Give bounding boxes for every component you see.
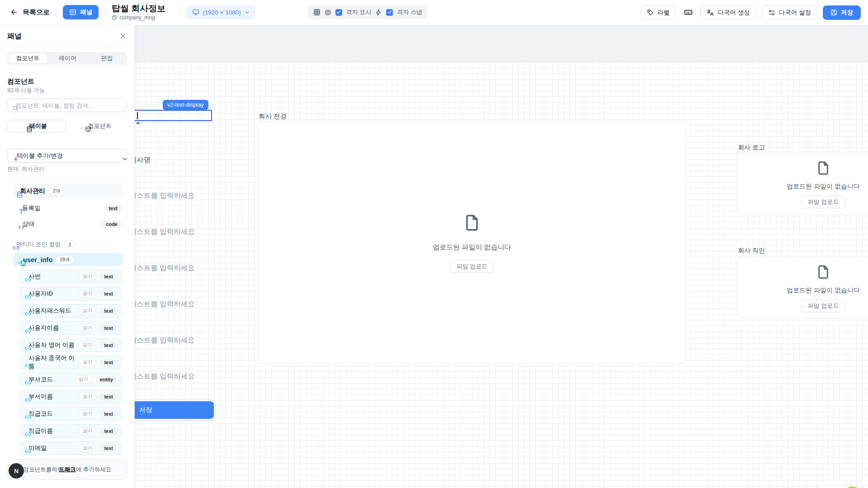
tab-layers[interactable]: 레이어 xyxy=(48,53,87,64)
entity-field-row[interactable]: 사용자 중국어 이름 읽기 text xyxy=(20,356,122,369)
source-toggle: 테이블 컴포넌트 xyxy=(7,120,127,132)
access-badge: 읽기 xyxy=(75,375,92,384)
sidebar-panel-icon xyxy=(69,9,76,16)
grid-display-label: 격자 표시 xyxy=(346,8,372,16)
i18n-generate-button[interactable]: 다국어 생성 xyxy=(700,5,756,20)
file-upload-button[interactable]: 파일 업로드 xyxy=(450,260,495,273)
text-input-placeholder[interactable]: 텍스트를 입력하세요 xyxy=(130,191,195,201)
panel-tabbar: 컴포넌트 레이어 편집 xyxy=(7,52,127,65)
type-badge: text xyxy=(100,427,117,435)
file-icon xyxy=(816,263,830,282)
access-badge: 읽기 xyxy=(79,393,96,401)
tab-edit[interactable]: 편집 xyxy=(88,53,126,64)
save-icon xyxy=(830,9,837,16)
upload-empty-text: 업로드된 파일이 없습니다 xyxy=(787,183,860,191)
label-button[interactable]: 라벨 xyxy=(641,5,676,20)
divider xyxy=(7,178,127,178)
screen-size-selector[interactable]: (868 × 488) xyxy=(187,5,255,19)
grid-display-checkbox[interactable] xyxy=(335,9,342,16)
logo-upload-card[interactable]: 업로드된 파일이 없습니다 파일 업로드 xyxy=(738,152,868,215)
text-input-placeholder[interactable]: 텍스트를 입력하세요 xyxy=(130,227,195,237)
count-badge: 2개 xyxy=(49,187,64,196)
current-table-label: 현재: 회사관리 xyxy=(7,165,44,173)
file-upload-button[interactable]: 파일 업로드 xyxy=(801,196,846,208)
divider xyxy=(180,7,180,18)
selected-text-display-component[interactable] xyxy=(122,110,212,121)
toggle-component-button[interactable]: 컴포넌트 xyxy=(70,120,127,132)
entity-field-row[interactable]: 직급이름 읽기 text xyxy=(20,424,122,438)
field-row[interactable]: 등록일 text xyxy=(18,202,122,215)
entity-field-row[interactable]: 사용자 영어 이름 읽기 text xyxy=(20,338,122,352)
entity-join-section: 엔티티 조인 컬럼 2 xyxy=(13,240,122,249)
field-row[interactable]: 상태 code xyxy=(18,218,122,230)
entity-field-row[interactable]: 부서코드 읽기 entity xyxy=(20,373,122,386)
type-badge: entity xyxy=(96,376,117,383)
panorama-upload-card[interactable]: 업로드된 파일이 없습니다 파일 업로드 xyxy=(258,121,686,363)
text-input-placeholder[interactable]: 텍스트를 입력하세요 xyxy=(130,336,195,345)
text-input-placeholder[interactable]: 텍스트를 입력하세요 xyxy=(130,372,195,381)
entity-field-row[interactable]: 사용자ID 읽기 text xyxy=(20,287,122,300)
seal-upload-card[interactable]: 업로드된 파일이 없습니다 파일 업로드 xyxy=(738,257,868,318)
file-upload-button[interactable]: 파일 업로드 xyxy=(801,300,846,312)
access-badge: 읽기 xyxy=(79,358,96,366)
grid-snap-checkbox[interactable] xyxy=(386,9,393,16)
component-search xyxy=(7,99,127,112)
translate-icon xyxy=(707,9,714,16)
grid-icon xyxy=(313,9,321,16)
type-badge: text xyxy=(100,273,117,280)
seal-card-label: 회사 직인 xyxy=(738,247,765,255)
back-icon[interactable] xyxy=(7,5,21,19)
access-badge: 읽기 xyxy=(79,427,96,435)
entity-field-row[interactable]: 사번 읽기 text xyxy=(20,270,122,283)
i18n-settings-button[interactable]: 다국어 설정 xyxy=(762,5,817,20)
datasource-name: company_mng xyxy=(119,14,155,21)
access-badge: 읽기 xyxy=(79,272,96,281)
sliders-icon xyxy=(768,9,775,16)
type-badge: text xyxy=(104,205,122,212)
chevron-down-icon xyxy=(244,9,250,15)
save-button[interactable]: 저장 xyxy=(823,5,861,20)
visibility-icon[interactable] xyxy=(325,9,331,16)
count-badge: 2 xyxy=(64,240,75,249)
monitor-icon xyxy=(192,9,199,16)
type-badge: text xyxy=(100,307,117,314)
add-table-button[interactable]: 테이블 추가/변경 xyxy=(7,149,127,163)
selection-resize-handle[interactable] xyxy=(137,122,140,124)
panel-title: 패널 xyxy=(7,32,22,41)
file-icon xyxy=(463,211,481,234)
entity-field-row[interactable]: 사용자패스워드 읽기 text xyxy=(20,304,122,318)
page-title: 탑씰 회사정보 xyxy=(112,4,165,14)
file-icon xyxy=(816,159,830,178)
top-toolbar: 목록으로 패널 탑씰 회사정보 company_mng xyxy=(0,0,868,25)
type-badge: text xyxy=(100,324,117,332)
table-group-row[interactable]: 회사관리 2개 xyxy=(13,184,122,198)
app-window: v2-text-display 회사명 텍스트를 입력하세요 텍스트를 입력하세… xyxy=(0,0,868,488)
text-input-placeholder[interactable]: 텍스트를 입력하세요 xyxy=(130,263,195,273)
search-input[interactable] xyxy=(15,102,122,109)
type-badge: text xyxy=(100,393,117,400)
drag-hint: 컴포넌트를 드래그하여 화면에 추가하세요 xyxy=(7,459,127,480)
close-icon[interactable] xyxy=(117,30,129,42)
panel-toggle-button[interactable]: 패널 xyxy=(63,5,99,19)
entity-field-row[interactable]: 직급코드 읽기 text xyxy=(20,407,122,421)
back-to-list-link[interactable]: 목록으로 xyxy=(23,8,50,17)
tag-icon xyxy=(647,9,654,16)
access-badge: 읽기 xyxy=(79,324,96,332)
toggle-table-button[interactable]: 테이블 xyxy=(7,120,66,132)
tab-components[interactable]: 컴포넌트 xyxy=(8,53,47,64)
text-input-placeholder[interactable]: 텍스트를 입력하세요 xyxy=(130,300,195,309)
selected-component-tag: v2-text-display xyxy=(163,100,208,110)
upload-empty-text: 업로드된 파일이 없습니다 xyxy=(433,243,511,252)
entity-group-row[interactable]: user_info 29개 xyxy=(13,253,123,266)
type-badge: text xyxy=(100,342,117,349)
collaborator-cursor-avatar: N xyxy=(9,463,24,479)
entity-field-row[interactable]: 부서이름 읽기 text xyxy=(20,390,122,404)
entity-field-row[interactable]: 이메일 읽기 text xyxy=(20,441,122,455)
upload-empty-text: 업로드된 파일이 없습니다 xyxy=(787,286,860,295)
component-panel: 패널 컴포넌트 레이어 편집 컴포넌트 83개 사용 가능 테이블 xyxy=(0,25,135,488)
screen-size-value: (868 × 488) xyxy=(203,9,241,16)
access-badge: 읽기 xyxy=(79,444,96,452)
components-section-title: 컴포넌트 xyxy=(7,77,34,86)
keyboard-icon[interactable] xyxy=(681,6,695,19)
entity-field-row[interactable]: 사용자이름 읽기 text xyxy=(20,321,122,335)
